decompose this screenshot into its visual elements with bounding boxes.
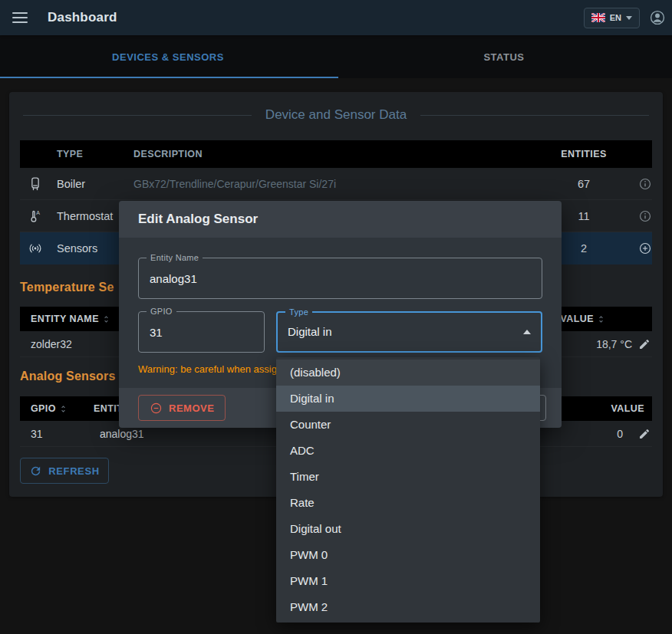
header-type: TYPE [57,149,133,159]
sort-gpio[interactable]: GPIO [20,403,68,414]
language-label: EN [610,13,621,22]
sort-icon [101,314,111,324]
entity-name-field: Entity Name [138,258,542,299]
divider [420,115,649,116]
device-entities-count: 67 [542,178,626,190]
chevron-down-icon [626,16,632,20]
active-tab-indicator [0,77,338,78]
dashboard-screen: Dashboard EN [0,0,672,634]
analog-sensors-heading: Analog Sensors [20,370,116,383]
device-type: Boiler [57,178,133,190]
info-icon[interactable] [638,177,652,191]
header-value: VALUE [611,403,644,414]
card-title-row: Device and Sensor Data [23,104,649,126]
type-label: Type [285,307,312,317]
app-bar-actions: EN [584,8,672,28]
header-entities: ENTITIES [542,149,626,159]
dialog-header: Edit Analog Sensor [119,201,562,238]
type-option-pwm-0[interactable]: PWM 0 [276,542,540,568]
app-title: Dashboard [48,10,117,25]
sort-icon [58,404,68,414]
boiler-icon [20,176,57,192]
add-icon[interactable] [638,241,652,255]
gpio-label: GPIO [147,307,176,316]
tab-devices-sensors[interactable]: DEVICES & SENSORS [0,35,336,78]
thermostat-icon: A [20,209,57,224]
dialog-title: Edit Analog Sensor [138,212,258,227]
type-selected-value: Digital in [278,313,541,351]
sensors-icon [20,241,57,256]
value-cell: 18,7 °C [596,338,632,350]
tab-devices-sensors-label: DEVICES & SENSORS [112,51,224,63]
user-avatar[interactable] [649,9,666,26]
type-option-counter[interactable]: Counter [276,412,540,438]
type-option-rate[interactable]: Rate [276,490,540,516]
tab-status[interactable]: STATUS [336,35,672,78]
edit-icon[interactable] [638,338,651,350]
account-icon [649,9,666,26]
device-table-header: TYPE DESCRIPTION ENTITIES [20,140,652,168]
type-select[interactable]: Type Digital in [276,311,542,353]
entity-name-label: Entity Name [147,253,203,262]
sort-entity-name[interactable]: ENTITY NAME [20,314,111,324]
app-bar: Dashboard EN [0,0,672,35]
device-description: GBx72/Trendline/Cerapur/Greenstar Si/27i [133,178,542,190]
entity-name-cell: analog31 [100,428,144,440]
device-row-boiler[interactable]: Boiler GBx72/Trendline/Cerapur/Greenstar… [20,168,652,200]
remove-button[interactable]: REMOVE [138,395,226,421]
sort-icon [596,314,606,324]
type-option-pwm-1[interactable]: PWM 1 [276,568,540,594]
language-selector[interactable]: EN [584,8,640,28]
entity-name-input[interactable] [139,258,542,298]
edit-icon[interactable] [638,428,651,440]
type-dropdown-menu: (disabled) Digital in Counter ADC Timer … [276,357,540,623]
entity-name-cell: zolder32 [20,338,72,350]
menu-icon [12,12,28,14]
type-option-pwm-2[interactable]: PWM 2 [276,594,540,620]
gpio-field: GPIO [138,311,265,353]
menu-button[interactable] [12,10,31,25]
refresh-label: REFRESH [48,465,99,477]
type-option-timer[interactable]: Timer [276,464,540,490]
temperature-sensors-heading: Temperature Se [20,281,114,294]
tab-bar: DEVICES & SENSORS STATUS [0,35,672,78]
header-description: DESCRIPTION [133,149,542,159]
chevron-up-icon [523,330,531,334]
type-option-disabled[interactable]: (disabled) [276,360,540,386]
info-icon[interactable] [638,209,652,223]
warning-text: Warning: be careful when assig [138,363,277,375]
gpio-input[interactable] [139,312,264,352]
remove-circle-icon [150,402,163,415]
value-cell: 0 [617,428,623,440]
card-title: Device and Sensor Data [252,107,420,123]
refresh-button[interactable]: REFRESH [20,458,109,484]
tab-status-label: STATUS [483,51,524,63]
divider [23,115,252,116]
type-option-digital-out[interactable]: Digital out [276,516,540,542]
uk-flag-icon [591,13,605,22]
gpio-cell: 31 [20,428,43,440]
type-option-adc[interactable]: ADC [276,438,540,464]
remove-label: REMOVE [169,402,214,414]
type-option-digital-in[interactable]: Digital in [276,386,540,412]
svg-text:A: A [36,209,40,215]
refresh-icon [29,465,42,478]
